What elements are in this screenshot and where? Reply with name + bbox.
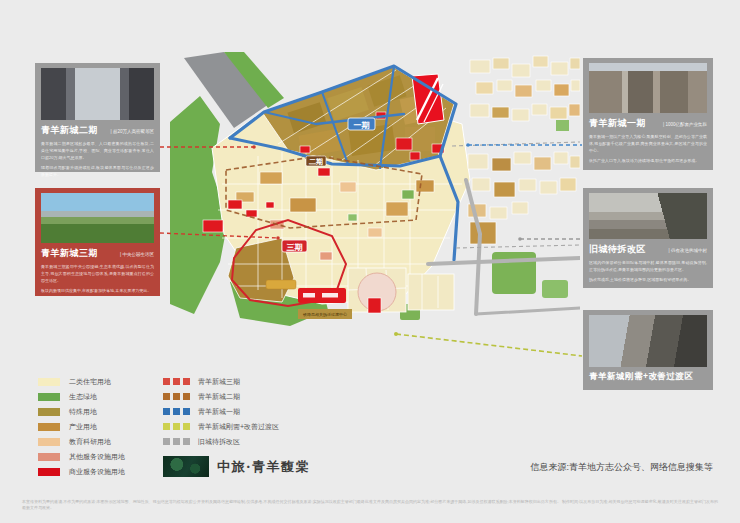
card-phase3-body1: 青羊新城三期紧邻中央公园绿轴,生态本底优越,以改善型居住为主导,规划大面积生态绿…: [41, 263, 154, 284]
legend-label: 其他服务设施用地: [69, 452, 125, 462]
card-oldtown-body2: 拆改完成后,土地价值将逐步释放,区域面貌有望明显改善。: [589, 276, 707, 283]
disclaimer-fine-print: 本宣传资料为要约邀请,不作为要约或承诺;本图所示区域范围、用地性质、规划信息等均…: [22, 499, 718, 512]
legend-swatch: [38, 408, 60, 416]
legend-label: 教育科研用地: [69, 437, 111, 447]
oldtown-photo: [589, 193, 707, 239]
transition-photo: [589, 315, 707, 367]
legend-swatch: [38, 378, 60, 386]
card-transition: 青羊新城刚需+改善过渡区: [583, 310, 713, 390]
outside-parcels: [468, 56, 580, 244]
card-phase2-subtitle: | 超20万人高密聚居区: [111, 129, 154, 134]
legend-label: 商业服务设施用地: [69, 467, 125, 477]
phase1-photo: [589, 63, 707, 113]
card-phase1-body2: 依托产业人口导入,板块活力持续增强,职住平衡格局逐步形成。: [589, 157, 707, 164]
card-phase3-body2: 板块内新项目供应集中,市政配套加快落地,未来发展潜力突出。: [41, 287, 154, 294]
phase2-label: 二期: [309, 158, 323, 166]
legend-label: 特殊用地: [69, 407, 97, 417]
card-phase3-title: 青羊新城三期: [41, 247, 98, 260]
legend-swatch: [38, 453, 60, 461]
legend-label: 产业用地: [69, 422, 97, 432]
legend-item: 青羊新城二期: [163, 389, 279, 404]
phase3-photo: [41, 193, 154, 243]
legend-zones: 青羊新城三期 青羊新城二期 青羊新城一期 青羊新城刚需+改善过渡区 旧城待拆改区: [163, 374, 279, 449]
brand-logo-text: 中旅·青羊馥棠: [217, 458, 310, 476]
legend-label: 青羊新城刚需+改善过渡区: [198, 422, 279, 432]
legend-zone-swatch: [163, 438, 190, 445]
legend-swatch: [38, 423, 60, 431]
card-phase1-title: 青羊新城一期: [589, 117, 646, 130]
legend-item: 青羊新城一期: [163, 404, 279, 419]
legend-label: 青羊新城三期: [198, 377, 240, 387]
legend-swatch: [38, 438, 60, 446]
zoning-map: 铁路局相关拆迁过渡中心 一期 二期 三期: [170, 52, 580, 328]
card-phase3: 青羊新城三期 | 中央公园生活区 青羊新城三期紧邻中央公园绿轴,生态本底优越,以…: [35, 188, 160, 296]
legend-label: 青羊新城二期: [198, 392, 240, 402]
legend-item: 旧城待拆改区: [163, 434, 279, 449]
legend-item: 商业服务设施用地: [38, 464, 125, 479]
phase3-label: 三期: [287, 243, 303, 252]
card-phase3-subtitle: | 中央公园生活区: [120, 252, 154, 257]
phase2-photo: [41, 68, 154, 120]
legend-zone-swatch: [163, 408, 190, 415]
legend-label: 旧城待拆改区: [198, 437, 240, 447]
legend-zone-swatch: [163, 393, 190, 400]
railway-banner-label: 铁路局相关拆迁过渡中心: [302, 312, 347, 317]
legend-swatch: [38, 468, 60, 476]
source-note: 信息来源:青羊地方志公众号、网络信息搜集等: [530, 461, 713, 474]
card-phase2-body1: 青羊新城二期是区域起步最早、人口最密集的成熟居住板块,二类住宅用地集中连片,学校…: [41, 140, 154, 161]
card-phase1: 青羊新城一期 | 1000亿配套产业集群 青羊新城一期以产业导入为核心,聚集航空…: [583, 58, 713, 170]
legend-swatch: [38, 393, 60, 401]
legend-zone-swatch: [163, 378, 190, 385]
legend-item: 青羊新城刚需+改善过渡区: [163, 419, 279, 434]
legend-item: 生态绿地: [38, 389, 125, 404]
legend-item: 其他服务设施用地: [38, 449, 125, 464]
card-oldtown: 旧城待拆改区 | 仍有改造的城中村 区域内仍保留部分老旧院落与城中村,整体界面陈…: [583, 188, 713, 288]
card-transition-title: 青羊新城刚需+改善过渡区: [589, 371, 693, 383]
legend-item: 教育科研用地: [38, 434, 125, 449]
brand-logo: 中旅·青羊馥棠: [163, 456, 310, 477]
legend-landuse: 二类住宅用地 生态绿地 特殊用地 产业用地 教育科研用地 其他服务设施用地 商业…: [38, 374, 125, 479]
card-oldtown-subtitle: | 仍有改造的城中村: [669, 248, 707, 253]
brand-logo-image: [163, 456, 209, 477]
legend-item: 青羊新城三期: [163, 374, 279, 389]
disclaimer-line1: 本宣传资料为要约邀请,不作为要约或承诺;本图所示区域范围、用地性质、规划信息等均…: [22, 499, 561, 504]
card-phase2: 青羊新城二期 | 超20万人高密聚居区 青羊新城二期是区域起步最早、人口最密集的…: [35, 63, 160, 172]
card-phase2-title: 青羊新城二期: [41, 124, 98, 137]
legend-label: 二类住宅用地: [69, 377, 111, 387]
legend-item: 二类住宅用地: [38, 374, 125, 389]
legend-label: 青羊新城一期: [198, 407, 240, 417]
card-phase2-body2: 随着旧改与配套升级持续推进,板块整体界面与居住品质正逐步焕新提升。: [41, 164, 154, 178]
legend-zone-swatch: [163, 423, 190, 430]
phase1-label: 一期: [354, 121, 370, 130]
legend-item: 产业用地: [38, 419, 125, 434]
card-oldtown-body1: 区域内仍保留部分老旧院落与城中村,整体界面陈旧,基础设施薄弱,正等待拆迁改造,是…: [589, 259, 707, 273]
card-phase1-subtitle: | 1000亿配套产业集群: [663, 122, 707, 127]
legend-item: 特殊用地: [38, 404, 125, 419]
card-phase1-body1: 青羊新城一期以产业导入为核心,聚集航空科创、总部办公等产业载体,规划配套千亿级产…: [589, 133, 707, 154]
legend-label: 生态绿地: [69, 392, 97, 402]
card-oldtown-title: 旧城待拆改区: [589, 243, 646, 256]
planning-poster: 铁路局相关拆迁过渡中心 一期 二期 三期 青羊新城二期 | 超20万人高密聚居区…: [0, 0, 740, 523]
